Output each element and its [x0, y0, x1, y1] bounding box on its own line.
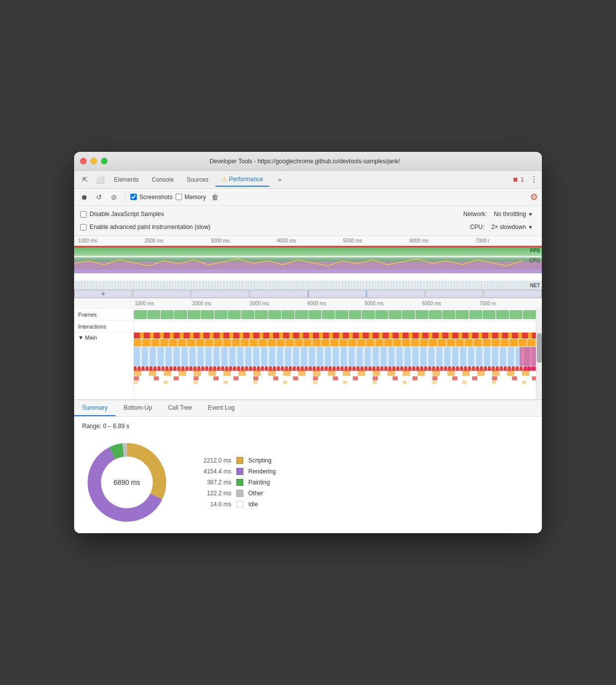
- screenshot-thumb: [484, 290, 542, 298]
- memory-checkbox-label[interactable]: Memory: [176, 194, 206, 201]
- tab-summary[interactable]: Summary: [74, 400, 115, 416]
- tab-performance[interactable]: ⚠Performance: [215, 173, 269, 187]
- interactions-label: Interactions: [74, 321, 134, 332]
- legend-scripting: 2212.0 ms Scripting: [192, 457, 276, 464]
- frame-block: [161, 310, 174, 319]
- record-button[interactable]: ⏺: [78, 191, 90, 203]
- flame-chart-content[interactable]: [134, 333, 536, 399]
- frame-block: [322, 310, 335, 319]
- network-option: Network: No throttling ▼: [463, 210, 536, 219]
- enable-paint-text: Enable advanced paint instrumentation (s…: [90, 224, 210, 230]
- ruler-mark: 3000 ms: [249, 301, 306, 306]
- legend-idle-name: Idle: [248, 501, 258, 508]
- time-mark-1000: 1000 ms: [78, 238, 144, 243]
- fps-bar: FPS: [74, 246, 542, 256]
- frame-block: [429, 310, 442, 319]
- ruler-mark: 7000 m: [479, 301, 536, 306]
- frame-block: [402, 310, 415, 319]
- legend-other: 122.2 ms Other: [192, 490, 276, 497]
- disable-js-samples-checkbox[interactable]: [80, 211, 87, 218]
- cpu-label: CPU:: [470, 224, 485, 230]
- network-dropdown[interactable]: No throttling ▼: [491, 210, 536, 219]
- enable-paint-checkbox[interactable]: [80, 224, 87, 230]
- reload-record-button[interactable]: ↺: [93, 191, 105, 203]
- tab-elements[interactable]: Elements: [108, 173, 145, 186]
- memory-label: Memory: [185, 194, 206, 201]
- legend-rendering-color: [236, 468, 243, 475]
- time-mark-6000: 6000 ms: [410, 238, 476, 243]
- frame-block: [375, 310, 388, 319]
- svg-rect-19: [134, 366, 536, 370]
- tab-console[interactable]: Console: [146, 173, 180, 186]
- svg-rect-22: [134, 371, 536, 376]
- legend-rendering-ms: 4154.4 ms: [192, 468, 231, 475]
- time-ruler: 1000 ms 2000 ms 3000 ms 4000 ms 5000 ms …: [74, 236, 542, 246]
- svg-rect-15: [134, 339, 536, 346]
- tab-bottom-up[interactable]: Bottom-Up: [115, 400, 160, 416]
- main-flame-section: ▼ Main: [74, 333, 542, 399]
- timeline-overview[interactable]: 1000 ms 2000 ms 3000 ms 4000 ms 5000 ms …: [74, 236, 542, 298]
- tab-sources[interactable]: Sources: [181, 173, 214, 186]
- screenshots-checkbox[interactable]: [130, 194, 137, 200]
- summary-body: 6890 ms 2212.0 ms Scripting 4154.4 ms Re…: [82, 438, 534, 527]
- frames-row: Frames: [74, 309, 542, 321]
- performance-toolbar: ⏺ ↺ ⊘ Screenshots Memory 🗑 ⚙: [74, 189, 542, 206]
- devtools-menu-button[interactable]: ⋮: [530, 175, 538, 184]
- legend-rendering-name: Rendering: [248, 468, 276, 475]
- enable-paint-label[interactable]: Enable advanced paint instrumentation (s…: [80, 224, 210, 230]
- frame-block: [469, 310, 482, 319]
- ruler-mark: 2000 ms: [191, 301, 248, 306]
- options-row-1: Disable JavaScript Samples Network: No t…: [80, 208, 536, 221]
- legend-other-color: [236, 490, 243, 497]
- tab-event-log[interactable]: Event Log: [200, 400, 243, 416]
- disable-js-samples-label[interactable]: Disable JavaScript Samples: [80, 211, 164, 218]
- cpu-dropdown[interactable]: 2× slowdown ▼: [488, 223, 536, 231]
- main-scrollbar[interactable]: [536, 333, 542, 399]
- time-mark-5000: 5000 ms: [343, 238, 410, 243]
- flame-chart-svg: [134, 333, 536, 397]
- window-title: Developer Tools - https://googlechrome.g…: [74, 158, 536, 165]
- legend-painting-ms: 387.2 ms: [192, 479, 231, 486]
- ruler-marks: 1000 ms 2000 ms 3000 ms 4000 ms 5000 ms …: [134, 301, 536, 306]
- settings-icon[interactable]: ⚙: [530, 192, 538, 203]
- net-label: NET: [530, 283, 540, 288]
- scrollbar-thumb[interactable]: [537, 333, 542, 363]
- legend-painting-name: Painting: [248, 479, 270, 486]
- tab-call-tree[interactable]: Call Tree: [160, 400, 200, 416]
- legend-rendering: 4154.4 ms Rendering: [192, 468, 276, 475]
- frame-block: [255, 310, 268, 319]
- frame-block: [228, 310, 241, 319]
- time-mark-2000: 2000 ms: [144, 238, 210, 243]
- ruler-mark: 1000 ms: [134, 301, 191, 306]
- inspect-element-icon[interactable]: ⇱: [78, 173, 92, 187]
- device-toolbar-icon[interactable]: ⬜: [93, 173, 107, 187]
- frame-block: [295, 310, 308, 319]
- main-timeline[interactable]: 1000 ms 2000 ms 3000 ms 4000 ms 5000 ms …: [74, 298, 542, 399]
- tab-more[interactable]: »: [272, 173, 288, 186]
- clear-button[interactable]: ⊘: [108, 191, 120, 203]
- cpu-option: CPU: 2× slowdown ▼: [470, 223, 536, 231]
- time-mark-4000: 4000 ms: [277, 238, 343, 243]
- cpu-value: 2× slowdown: [491, 224, 526, 230]
- time-marks: 1000 ms 2000 ms 3000 ms 4000 ms 5000 ms …: [76, 238, 542, 243]
- screenshot-strip: ▦: [74, 290, 542, 298]
- frame-block: [147, 310, 160, 319]
- interactions-content: [134, 321, 536, 332]
- network-dropdown-arrow: ▼: [528, 212, 533, 217]
- frame-block: [415, 310, 428, 319]
- frame-block: [268, 310, 281, 319]
- options-row-2: Enable advanced paint instrumentation (s…: [80, 221, 536, 233]
- time-mark-3000: 3000 ms: [210, 238, 277, 243]
- title-bar: Developer Tools - https://googlechrome.g…: [74, 152, 542, 171]
- screenshots-checkbox-label[interactable]: Screenshots: [130, 194, 173, 201]
- trash-button[interactable]: 🗑: [209, 191, 221, 203]
- cpu-dropdown-arrow: ▼: [528, 225, 533, 230]
- ruler-mark: 6000 ms: [421, 301, 478, 306]
- legend-scripting-color: [236, 457, 243, 464]
- screenshot-thumb: [250, 290, 308, 298]
- frame-block: [308, 310, 321, 319]
- bottom-tab-bar: Summary Bottom-Up Call Tree Event Log: [74, 400, 542, 417]
- bottom-panel: Summary Bottom-Up Call Tree Event Log Ra…: [74, 399, 542, 533]
- scrollbar-track: [536, 309, 542, 320]
- memory-checkbox[interactable]: [176, 194, 182, 200]
